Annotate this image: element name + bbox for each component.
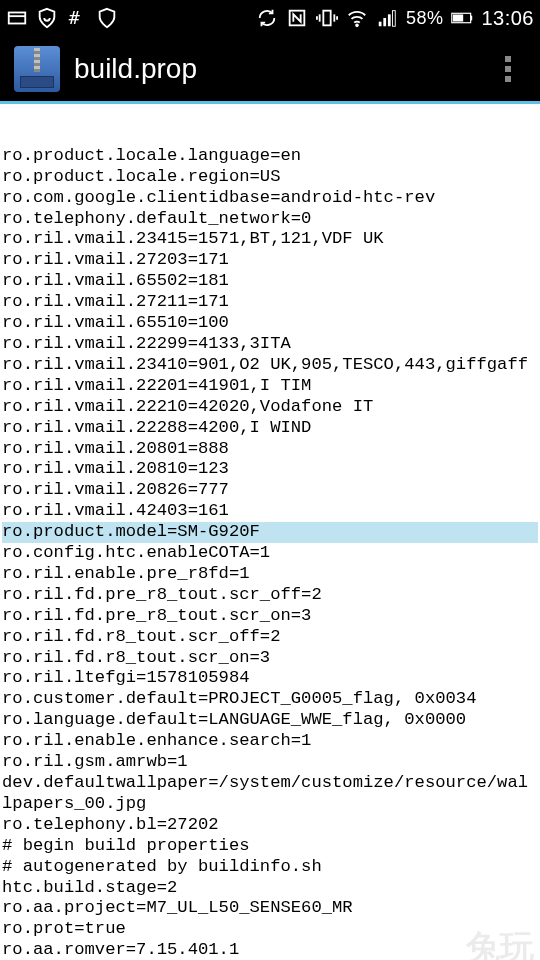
file-line[interactable]: ro.config.htc.enableCOTA=1: [2, 543, 538, 564]
file-line[interactable]: ro.ril.fd.r8_tout.scr_off=2: [2, 627, 538, 648]
file-line[interactable]: ro.ril.vmail.22201=41901,I TIM: [2, 376, 538, 397]
file-content[interactable]: ro.product.locale.language=enro.product.…: [0, 104, 540, 960]
status-left: #: [6, 7, 118, 29]
file-line[interactable]: ro.language.default=LANGUAGE_WWE_flag, 0…: [2, 710, 538, 731]
file-line[interactable]: ro.ril.ltefgi=1578105984: [2, 668, 538, 689]
file-line[interactable]: ro.ril.fd.pre_r8_tout.scr_on=3: [2, 606, 538, 627]
svg-rect-16: [453, 14, 463, 21]
status-bar: # 58% 13:06: [0, 0, 540, 36]
signal-icon: [376, 7, 398, 29]
app-bar: build.prop: [0, 36, 540, 104]
shield-sync-icon: [36, 7, 58, 29]
svg-rect-12: [388, 14, 391, 26]
file-line[interactable]: ro.ril.vmail.65502=181: [2, 271, 538, 292]
file-line[interactable]: ro.ril.vmail.23415=1571,BT,121,VDF UK: [2, 229, 538, 250]
app-title: build.prop: [74, 53, 486, 85]
file-line[interactable]: ro.ril.enable.enhance.search=1: [2, 731, 538, 752]
file-line[interactable]: ro.product.model=SM-G920F: [2, 522, 538, 543]
file-line[interactable]: ro.ril.vmail.20826=777: [2, 480, 538, 501]
file-line[interactable]: ro.ril.fd.r8_tout.scr_on=3: [2, 648, 538, 669]
file-line[interactable]: dev.defaultwallpaper=/system/customize/r…: [2, 773, 538, 815]
app-icon: [14, 46, 60, 92]
file-line[interactable]: ro.com.google.clientidbase=android-htc-r…: [2, 188, 538, 209]
file-line[interactable]: ro.ril.vmail.22210=42020,Vodafone IT: [2, 397, 538, 418]
vibrate-icon: [316, 7, 338, 29]
svg-rect-4: [323, 11, 330, 26]
overflow-menu-button[interactable]: [486, 47, 530, 91]
svg-rect-0: [9, 13, 26, 24]
hash-icon: #: [66, 7, 88, 29]
svg-rect-13: [392, 11, 395, 27]
wifi-icon: [346, 7, 368, 29]
svg-rect-10: [379, 22, 382, 27]
clock: 13:06: [481, 7, 534, 30]
battery-icon: [451, 7, 473, 29]
status-right: 58% 13:06: [256, 7, 534, 30]
file-line[interactable]: ro.ril.vmail.27211=171: [2, 292, 538, 313]
svg-point-9: [356, 24, 358, 26]
battery-percentage: 58%: [406, 8, 444, 29]
file-line[interactable]: htc.build.stage=2: [2, 878, 538, 899]
file-line[interactable]: # autogenerated by buildinfo.sh: [2, 857, 538, 878]
svg-rect-11: [383, 18, 386, 26]
file-line[interactable]: # begin build properties: [2, 836, 538, 857]
file-line[interactable]: ro.ril.vmail.27203=171: [2, 250, 538, 271]
sync-icon: [256, 7, 278, 29]
nfc-icon: [286, 7, 308, 29]
file-line[interactable]: ro.ril.vmail.20810=123: [2, 459, 538, 480]
shield-icon: [96, 7, 118, 29]
file-line[interactable]: ro.telephony.bl=27202: [2, 815, 538, 836]
file-line[interactable]: ro.aa.project=M7_UL_L50_SENSE60_MR: [2, 898, 538, 919]
file-line[interactable]: ro.aa.romver=7.15.401.1: [2, 940, 538, 960]
file-line[interactable]: ro.ril.vmail.22299=4133,3ITA: [2, 334, 538, 355]
file-line[interactable]: ro.ril.vmail.22288=4200,I WIND: [2, 418, 538, 439]
file-line[interactable]: ro.product.locale.language=en: [2, 146, 538, 167]
file-line[interactable]: ro.telephony.default_network=0: [2, 209, 538, 230]
file-line[interactable]: ro.ril.vmail.42403=161: [2, 501, 538, 522]
file-line[interactable]: ro.ril.vmail.20801=888: [2, 439, 538, 460]
file-line[interactable]: ro.prot=true: [2, 919, 538, 940]
file-line[interactable]: ro.product.locale.region=US: [2, 167, 538, 188]
file-line[interactable]: ro.customer.default=PROJECT_G0005_flag, …: [2, 689, 538, 710]
file-line[interactable]: ro.ril.gsm.amrwb=1: [2, 752, 538, 773]
svg-text:#: #: [69, 7, 80, 28]
file-line[interactable]: ro.ril.fd.pre_r8_tout.scr_off=2: [2, 585, 538, 606]
svg-rect-15: [471, 16, 473, 21]
file-line[interactable]: ro.ril.vmail.65510=100: [2, 313, 538, 334]
file-line[interactable]: ro.ril.enable.pre_r8fd=1: [2, 564, 538, 585]
notification-icon: [6, 7, 28, 29]
file-line[interactable]: ro.ril.vmail.23410=901,O2 UK,905,TESCO,4…: [2, 355, 538, 376]
